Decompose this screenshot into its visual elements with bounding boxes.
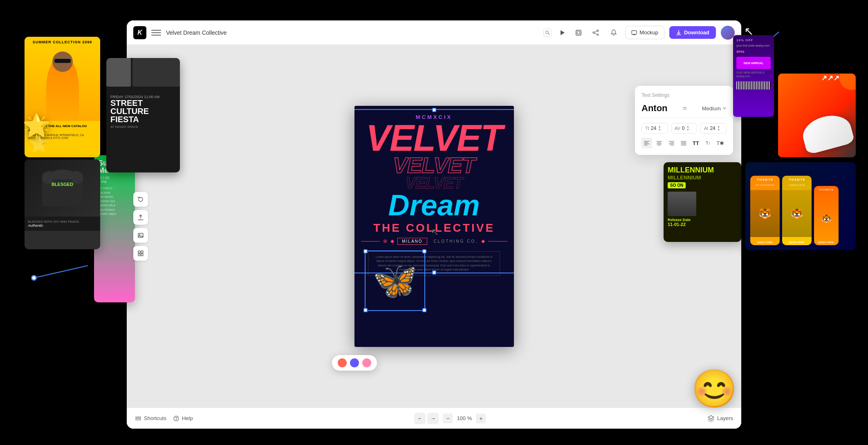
mouse-cursor: ↖ <box>744 25 754 38</box>
street-title: STREET CULTURE FIESTA <box>110 99 176 123</box>
mockup-button[interactable]: Mockup <box>625 26 664 39</box>
font-size-arrows[interactable]: ▲▼ <box>658 125 661 132</box>
connection-dot-left <box>31 275 37 281</box>
svg-rect-5 <box>576 30 581 35</box>
butterfly-selection: 🦋 <box>365 250 425 311</box>
svg-line-11 <box>594 33 597 34</box>
millennium-release-label: Release Date <box>668 218 737 222</box>
svg-rect-20 <box>138 251 140 253</box>
left-tools <box>133 192 148 261</box>
blessed-subtext: BLESSED WITH JOY AND PEACE <box>28 220 97 224</box>
summer-collection-title: SUMMER COLLECTION 2098 <box>29 40 96 44</box>
document-title[interactable]: Velvet Dream Collective <box>166 29 538 36</box>
share-icon[interactable] <box>589 26 602 39</box>
color-palette[interactable] <box>332 355 377 371</box>
align-left-btn[interactable] <box>641 138 652 148</box>
font-name[interactable]: Anton <box>641 103 668 114</box>
download-button[interactable]: Download <box>669 26 716 39</box>
frame-icon[interactable] <box>573 27 584 38</box>
bold-btn[interactable]: TT <box>691 138 701 148</box>
blessed-brand: Authentic <box>28 224 97 228</box>
letter-spacing-value: 0 <box>682 125 685 131</box>
help-button[interactable]: Help <box>173 415 193 422</box>
svg-rect-21 <box>141 251 143 253</box>
tool-upload[interactable] <box>133 210 148 225</box>
app-logo[interactable]: K <box>133 26 146 39</box>
align-right-btn[interactable] <box>666 138 677 148</box>
svg-point-46 <box>176 419 177 420</box>
color-red[interactable] <box>338 358 347 367</box>
poster-brand: CLOTHING CO. <box>434 239 478 244</box>
search-icon[interactable] <box>543 29 552 37</box>
card-tigabite: TIGABITE THE TIGER ENERGY 🐯 ENERGY DRINK… <box>745 162 856 250</box>
layers-button[interactable]: Layers <box>707 415 733 422</box>
bfly-handle-bl <box>363 308 368 312</box>
card-millennium: MILLENNIUM MILLENNIUM SO ON Release Date… <box>664 162 741 242</box>
user-avatar[interactable] <box>721 26 735 40</box>
font-expand-icon[interactable] <box>682 106 687 111</box>
bfly-handle-br <box>422 308 426 312</box>
toolbar: K Velvet Dream Collective <box>127 20 741 45</box>
poster-dividers: ⊕ ◆ MILANO CLOTHING CO. ◆ <box>361 238 507 245</box>
zoom-out-button[interactable]: − <box>443 414 453 423</box>
toolbar-right: Mockup Download <box>556 26 735 40</box>
help-label: Help <box>182 415 193 421</box>
bottom-left: Shortcuts Help <box>135 415 193 422</box>
line-height-value: 24 <box>710 125 715 131</box>
zoom-level: 100 % <box>457 415 472 421</box>
tool-image[interactable] <box>133 228 148 243</box>
play-icon[interactable] <box>556 27 568 38</box>
bottom-center: ← → − 100 % + <box>414 413 486 424</box>
more-options-btn[interactable]: T✱ <box>715 138 726 148</box>
shortcuts-button[interactable]: Shortcuts <box>135 415 166 422</box>
canvas-cursor: ↖ <box>431 226 438 237</box>
editor-container: K Velvet Dream Collective <box>127 20 741 429</box>
butterfly-emoji: 🦋 <box>366 251 424 310</box>
text-settings-title: Text Settings <box>641 92 727 98</box>
letter-spacing-arrows[interactable]: ▲▼ <box>686 125 690 132</box>
font-size-value: 24 <box>651 125 656 131</box>
zoom-in-button[interactable]: + <box>476 414 486 423</box>
svg-rect-43 <box>139 417 141 418</box>
download-label: Download <box>684 29 709 36</box>
nav-back[interactable]: ← <box>414 413 426 424</box>
svg-rect-22 <box>138 254 140 256</box>
nav-forward[interactable]: → <box>427 413 439 424</box>
millennium-title: MILLENNIUM <box>668 166 737 174</box>
shortcuts-label: Shortcuts <box>144 415 166 421</box>
blessed-text: BLESGED <box>46 182 79 187</box>
main-content: MCMXCIX VELVET VELVET <box>127 45 741 407</box>
font-row: Anton Medium <box>641 103 727 118</box>
card-new-arrival: ↗↗↗ NEW ARRIVAL NEWARRIVAL ✕✕ ✕ <box>778 74 856 157</box>
smiley-emoji: 😊 <box>691 367 737 410</box>
card-street: FRIDAY 17/01/2024 11:00 AM STREET CULTUR… <box>106 58 180 172</box>
poster-badge: MILANO <box>397 238 427 245</box>
svg-line-3 <box>548 34 550 35</box>
svg-line-1 <box>34 266 88 278</box>
mockup-label: Mockup <box>639 29 658 36</box>
uppercase-btn[interactable]: T↑ <box>703 138 713 148</box>
line-height-field[interactable]: AI 24 ▲▼ <box>700 123 727 134</box>
diamond-icon: ◆ <box>390 238 394 244</box>
color-pink[interactable] <box>362 358 371 367</box>
font-size-field[interactable]: Tt 24 ▲▼ <box>641 123 668 134</box>
nav-arrows: ← → <box>414 413 439 424</box>
diamond-icon2: ◆ <box>481 238 485 244</box>
color-purple[interactable] <box>350 358 359 367</box>
letter-spacing-icon: AV <box>675 126 680 131</box>
align-center-btn[interactable] <box>654 138 664 148</box>
tool-rotate[interactable] <box>133 192 148 207</box>
poster-title3: VELVET <box>406 176 463 190</box>
svg-point-19 <box>139 234 140 235</box>
font-size-icon: Tt <box>645 126 649 131</box>
bell-icon[interactable] <box>607 26 620 39</box>
font-weight[interactable]: Medium <box>702 105 727 112</box>
tool-grid[interactable] <box>133 246 148 261</box>
justify-btn[interactable] <box>678 138 689 148</box>
canvas-area[interactable]: MCMXCIX VELVET VELVET <box>127 45 741 407</box>
menu-icon[interactable] <box>151 28 161 38</box>
letter-spacing-field[interactable]: AV 0 ▲▼ <box>671 123 697 134</box>
card-summer: SUMMER COLLECTION 2098 CHECK OUT THE ALL… <box>25 37 100 157</box>
line-height-arrows[interactable]: ▲▼ <box>717 125 720 132</box>
millennium-soon: SO ON <box>668 182 686 188</box>
